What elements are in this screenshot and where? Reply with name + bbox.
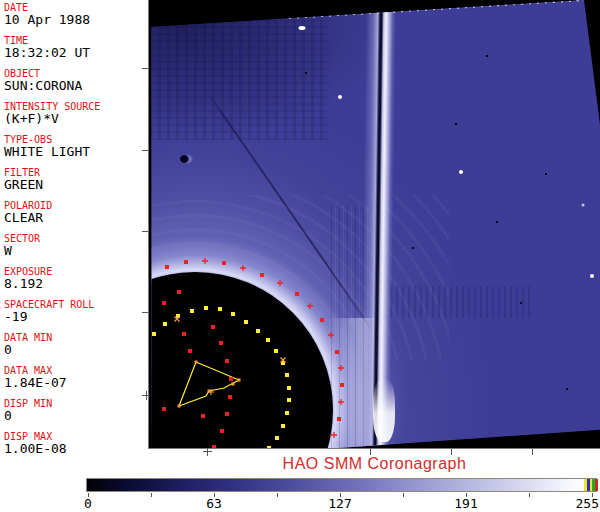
- colorbar-tick: [529, 493, 530, 497]
- red-fiducial-dot: [211, 325, 215, 329]
- yellow-fiducial-dot: [204, 306, 208, 310]
- sidebar-field: SPACECRAFT ROLL-19: [4, 299, 146, 324]
- sidebar-field-label: SECTOR: [4, 233, 146, 244]
- colorbar-tick-label: 0: [84, 497, 92, 511]
- red-fiducial-dot: [222, 261, 226, 265]
- sidebar-field: DISP MAX1.00E-08: [4, 431, 146, 456]
- yellow-fiducial-dot: [218, 307, 222, 311]
- dark-speck: [486, 55, 488, 57]
- colorbar-tick-label: 191: [454, 497, 477, 511]
- sidebar-field: EXPOSURE8.192: [4, 266, 146, 291]
- sidebar-field: SECTORW: [4, 233, 146, 258]
- sidebar-field-value: -19: [4, 310, 146, 324]
- yellow-fiducial-dot: [274, 349, 278, 353]
- orange-fiducial-dot: [232, 383, 235, 386]
- star: [338, 95, 342, 99]
- fiducial-polygon: [179, 362, 239, 406]
- red-fiducial-dot: [219, 341, 223, 345]
- metadata-sidebar: DATE10 Apr 1988TIME18:32:02 UTOBJECTSUN:…: [4, 2, 146, 464]
- red-fiducial-plus: [240, 265, 246, 271]
- star: [459, 170, 463, 174]
- yellow-fiducial-dot: [256, 329, 260, 333]
- sidebar-field-value: (K+F)*V: [4, 112, 146, 126]
- red-fiducial-dot: [177, 290, 181, 294]
- red-fiducial-dot: [212, 445, 216, 448]
- sidebar-field: OBJECTSUN:CORONA: [4, 68, 146, 93]
- left-axis-tick: [142, 150, 148, 151]
- red-fiducial-dot: [225, 412, 229, 416]
- sidebar-field: TIME18:32:02 UT: [4, 35, 146, 60]
- sidebar-field: INTENSITY SOURCE(K+F)*V: [4, 101, 146, 126]
- sidebar-field-value: WHITE LIGHT: [4, 145, 146, 159]
- sidebar-field-value: 0: [4, 343, 146, 357]
- yellow-fiducial-dot: [275, 436, 279, 440]
- sidebar-field-value: 1.84E-07: [4, 376, 146, 390]
- yellow-fiducial-dot: [285, 411, 289, 415]
- red-fiducial-plus: [202, 258, 208, 264]
- red-fiducial-dot: [228, 395, 232, 399]
- yellow-fiducial-dot: [287, 386, 291, 390]
- red-fiducial-plus: [338, 365, 344, 371]
- sidebar-field-value: CLEAR: [4, 211, 146, 225]
- sidebar-field: POLAROIDCLEAR: [4, 200, 146, 225]
- sidebar-field-value: 0: [4, 409, 146, 423]
- coronagraph-image-canvas: [149, 0, 600, 448]
- yellow-fiducial-dot: [266, 338, 270, 342]
- sidebar-field-value: 1.00E-08: [4, 442, 146, 456]
- left-axis-tick: [142, 312, 148, 313]
- fiducial-overlay: [149, 0, 600, 448]
- red-fiducial-dot: [295, 292, 299, 296]
- dark-speck: [545, 173, 547, 175]
- sidebar-field-label: DISP MIN: [4, 398, 146, 409]
- red-fiducial-dot: [229, 377, 233, 381]
- red-fiducial-plus: [338, 399, 344, 405]
- sidebar-field-value: 10 Apr 1988: [4, 13, 146, 27]
- colorbar-tick-label: 255: [576, 497, 599, 511]
- red-fiducial-dot: [182, 332, 186, 336]
- intensity-colorbar: [86, 478, 597, 492]
- sidebar-field-value: SUN:CORONA: [4, 79, 146, 93]
- red-fiducial-dot: [162, 301, 166, 305]
- yellow-fiducial-dot: [287, 398, 291, 402]
- star: [590, 274, 594, 278]
- colorbar-tick: [151, 493, 152, 497]
- red-fiducial-dot: [337, 417, 341, 421]
- sidebar-field: TYPE-OBSWHITE LIGHT: [4, 134, 146, 159]
- dark-speck: [520, 302, 522, 304]
- sidebar-field: DATA MIN0: [4, 332, 146, 357]
- red-fiducial-dot: [320, 318, 324, 322]
- yellow-fiducial-dot: [152, 332, 156, 336]
- red-fiducial-dot: [165, 265, 169, 269]
- image-title: HAO SMM Coronagraph: [149, 455, 600, 473]
- yellow-fiducial-dot: [285, 373, 289, 377]
- sidebar-field-value: W: [4, 244, 146, 258]
- sidebar-field-value: 18:32:02 UT: [4, 46, 146, 60]
- colorbar-tick-label: 63: [206, 497, 222, 511]
- orange-fiducial-dot: [195, 361, 198, 364]
- sidebar-field-label: DATA MIN: [4, 332, 146, 343]
- yellow-fiducial-dot: [281, 424, 285, 428]
- red-fiducial-plus: [307, 303, 313, 309]
- colorbar-tick-label: 127: [328, 497, 351, 511]
- sidebar-field-value: 8.192: [4, 277, 146, 291]
- sidebar-field: DATE10 Apr 1988: [4, 2, 146, 27]
- red-fiducial-dot: [201, 414, 205, 418]
- sidebar-field: DATA MAX1.84E-07: [4, 365, 146, 390]
- dark-speck: [412, 247, 414, 249]
- dark-speck: [496, 221, 498, 223]
- orange-fiducial-dot: [238, 379, 241, 382]
- red-fiducial-plus: [331, 432, 337, 438]
- left-axis-tick: [142, 68, 148, 69]
- yellow-fiducial-dot: [163, 322, 167, 326]
- red-fiducial-dot: [184, 260, 188, 264]
- left-axis-tick: [142, 231, 148, 232]
- red-fiducial-dot: [225, 359, 229, 363]
- dark-speck: [305, 72, 307, 74]
- coronagraph-viewer: { "title": "HAO SMM Coronagraph", "sideb…: [0, 0, 600, 512]
- red-fiducial-plus: [277, 280, 283, 286]
- star: [582, 204, 585, 207]
- dark-speck: [455, 123, 457, 125]
- yellow-fiducial-dot: [244, 320, 248, 324]
- colorbar-tick: [277, 493, 278, 497]
- colorbar-end-stripe: [595, 479, 598, 491]
